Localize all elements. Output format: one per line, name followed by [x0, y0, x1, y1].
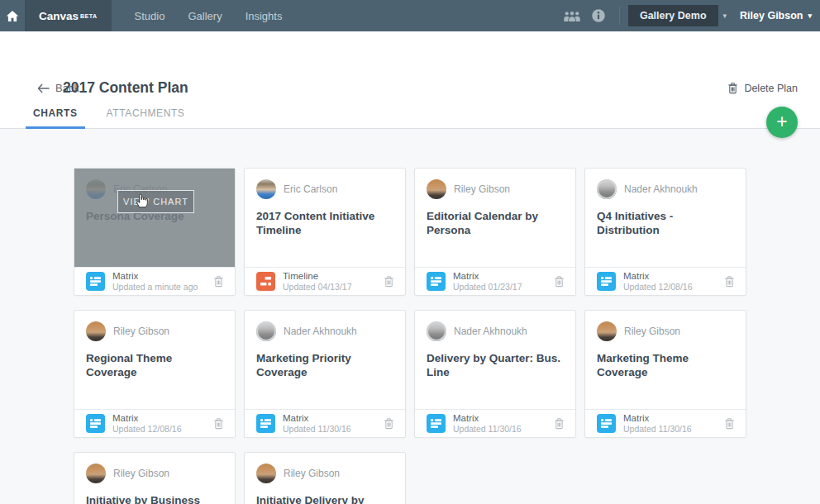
chart-card[interactable]: Eric Carlson 2017 Content Initiative Tim…: [244, 168, 406, 296]
card-owner: Nader Akhnoukh: [256, 321, 393, 341]
chart-updated-label: Updated 12/08/16: [623, 282, 693, 292]
trash-icon: [554, 417, 565, 430]
delete-chart-button[interactable]: [552, 416, 566, 431]
delete-chart-button[interactable]: [722, 416, 737, 431]
info-button[interactable]: [586, 8, 611, 23]
brand-label: Canvas: [39, 10, 79, 22]
chart-type-meta: Matrix Updated 11/30/16: [453, 413, 522, 434]
tab-charts[interactable]: CHARTS: [26, 97, 85, 128]
card-body: Nader Akhnoukh Q4 Initiatives - Distribu…: [585, 169, 746, 268]
trash-icon: [384, 417, 394, 430]
card-footer: Matrix Updated 11/30/16: [245, 409, 405, 437]
tabs: CHARTSATTACHMENTS: [0, 97, 820, 129]
owner-name-label: Riley Gibson: [454, 183, 510, 195]
chart-title: Editorial Calendar by Persona: [427, 210, 564, 238]
owner-name-label: Riley Gibson: [284, 468, 340, 479]
card-owner: Riley Gibson: [597, 321, 734, 341]
card-body: Nader Akhnoukh Delivery by Quarter: Bus.…: [415, 311, 575, 410]
trash-icon: [554, 275, 565, 288]
trash-icon: [727, 82, 738, 94]
chart-title: Initiative by Business Objective: [86, 494, 223, 504]
delete-chart-button[interactable]: [212, 416, 226, 431]
owner-name-label: Riley Gibson: [624, 326, 680, 337]
chart-updated-label: Updated 11/30/16: [453, 424, 522, 434]
chart-card[interactable]: Riley Gibson Regional Theme Coverage: [74, 310, 236, 438]
delete-chart-button[interactable]: [212, 273, 226, 289]
card-owner: Riley Gibson: [256, 464, 393, 483]
chart-updated-label: Updated 04/13/17: [283, 282, 352, 292]
chart-card[interactable]: Riley Gibson Editorial Calendar by Perso…: [414, 168, 576, 296]
add-chart-button[interactable]: +: [766, 107, 798, 138]
delete-chart-button[interactable]: [382, 416, 396, 431]
chart-type-label: Matrix: [623, 413, 692, 424]
chart-card[interactable]: Eric Carlson Persona Coverage VIEW CHART: [74, 168, 236, 296]
delete-chart-button[interactable]: [382, 273, 396, 289]
chart-title: Q4 Initiatives - Distribution: [597, 210, 734, 238]
chart-card[interactable]: Nader Akhnoukh Marketing Priority Covera…: [244, 310, 406, 438]
matrix-icon: [597, 414, 616, 433]
view-chart-button[interactable]: VIEW CHART: [117, 190, 194, 213]
delete-plan-button[interactable]: Delete Plan: [727, 82, 798, 94]
back-arrow-icon: [37, 83, 50, 93]
content-area: Eric Carlson Persona Coverage VIEW CHART: [0, 129, 820, 504]
chart-card[interactable]: Riley Gibson Initiative Delivery by Obje…: [244, 452, 406, 504]
chart-type-icon: [597, 272, 616, 291]
card-owner: Nader Akhnoukh: [597, 179, 734, 199]
hand-cursor-icon: [134, 192, 150, 209]
nav-item-insights[interactable]: Insights: [234, 0, 294, 31]
chart-card[interactable]: Riley Gibson Marketing Theme Coverage: [584, 310, 746, 438]
top-navbar: CanvasBETA StudioGalleryInsights Gallery…: [0, 0, 820, 31]
card-owner: Eric Carlson: [256, 179, 393, 199]
home-button[interactable]: [0, 0, 25, 31]
card-body: Riley Gibson Initiative Delivery by Obje…: [245, 453, 405, 504]
matrix-icon: [256, 414, 275, 433]
nav-item-canvas[interactable]: CanvasBETA: [25, 0, 112, 31]
chart-updated-label: Updated 11/30/16: [623, 424, 692, 434]
owner-name-label: Eric Carlson: [284, 183, 337, 195]
card-footer: Matrix Updated 01/23/17: [415, 267, 575, 295]
chevron-down-icon[interactable]: ▾: [723, 12, 727, 20]
delete-chart-button[interactable]: [552, 273, 566, 289]
owner-name-label: Riley Gibson: [113, 326, 169, 337]
owner-avatar: [427, 321, 446, 341]
chart-updated-label: Updated a minute ago: [112, 282, 198, 292]
card-owner: Riley Gibson: [86, 321, 223, 341]
chart-card[interactable]: Nader Akhnoukh Delivery by Quarter: Bus.…: [414, 310, 576, 438]
timeline-icon: [256, 272, 275, 291]
trash-icon: [724, 417, 735, 430]
page-title: 2017 Content Plan: [63, 79, 188, 97]
owner-avatar: [256, 179, 276, 199]
owner-avatar: [86, 321, 106, 341]
chart-type-meta: Matrix Updated a minute ago: [112, 271, 198, 292]
card-body: Riley Gibson Editorial Calendar by Perso…: [415, 169, 575, 268]
workspace-selector[interactable]: Gallery Demo: [628, 5, 718, 26]
chart-card[interactable]: Riley Gibson Initiative by Business Obje…: [74, 452, 236, 504]
delete-plan-label: Delete Plan: [744, 83, 798, 94]
card-owner: Riley Gibson: [86, 464, 223, 483]
chart-type-meta: Timeline Updated 04/13/17: [283, 271, 352, 292]
user-menu[interactable]: Riley Gibson ▾: [740, 10, 812, 21]
nav-item-gallery[interactable]: Gallery: [176, 0, 233, 31]
chart-updated-label: Updated 11/30/16: [283, 424, 351, 434]
chart-type-label: Matrix: [283, 413, 351, 424]
card-body: Eric Carlson Persona Coverage VIEW CHART: [74, 169, 235, 268]
share-users-button[interactable]: [558, 10, 586, 21]
nav-item-studio[interactable]: Studio: [123, 0, 177, 31]
navbar-divider: [619, 7, 620, 25]
chart-title: Marketing Priority Coverage: [256, 352, 393, 380]
people-icon: [563, 10, 581, 21]
tab-attachments[interactable]: ATTACHMENTS: [99, 97, 193, 128]
matrix-icon: [86, 272, 105, 291]
chart-title: Regional Theme Coverage: [86, 352, 223, 380]
chart-card[interactable]: Nader Akhnoukh Q4 Initiatives - Distribu…: [584, 168, 746, 296]
card-body: Riley Gibson Marketing Theme Coverage: [585, 311, 746, 410]
card-hover-overlay: VIEW CHART: [74, 169, 235, 268]
card-owner: Riley Gibson: [427, 179, 564, 199]
card-footer: Matrix Updated a minute ago: [74, 267, 235, 295]
card-footer: Matrix Updated 12/08/16: [585, 267, 746, 295]
delete-chart-button[interactable]: [722, 273, 737, 289]
chart-title: Marketing Theme Coverage: [597, 352, 734, 380]
card-body: Nader Akhnoukh Marketing Priority Covera…: [245, 311, 405, 410]
chart-type-meta: Matrix Updated 12/08/16: [112, 413, 182, 434]
nav-links: StudioGalleryInsights: [123, 0, 294, 31]
